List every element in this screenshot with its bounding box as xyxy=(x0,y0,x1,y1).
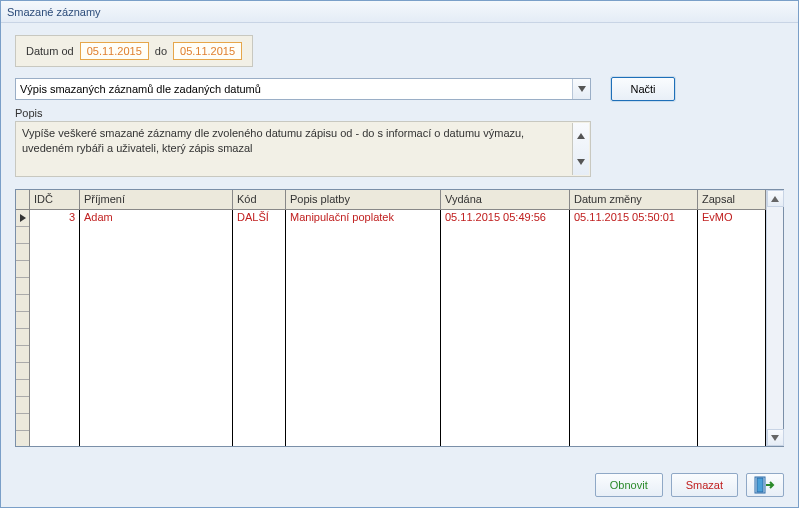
date-from-input[interactable]: 05.11.2015 xyxy=(80,42,149,60)
cell-id: 3 xyxy=(30,210,80,227)
column-header[interactable]: Zapsal xyxy=(698,190,766,209)
content-area: Datum od 05.11.2015 do 05.11.2015 Výpis … xyxy=(1,23,798,447)
grid-scrollbar[interactable] xyxy=(766,190,783,446)
column-header[interactable]: Datum změny xyxy=(570,190,698,209)
description-label: Popis xyxy=(15,107,784,119)
scroll-up-icon[interactable] xyxy=(767,190,784,207)
window: Smazané záznamy Datum od 05.11.2015 do 0… xyxy=(0,0,799,508)
grid-body: 3 Adam DALŠÍ Manipulační poplatek 05.11.… xyxy=(30,210,766,446)
column-header[interactable]: IDČ xyxy=(30,190,80,209)
chevron-up-icon[interactable] xyxy=(573,123,589,149)
cell-prijmeni: Adam xyxy=(80,210,233,227)
data-grid[interactable]: IDČ Příjmení Kód Popis platby Vydána Dat… xyxy=(15,189,784,447)
exit-door-icon xyxy=(754,476,776,494)
date-range-panel: Datum od 05.11.2015 do 05.11.2015 xyxy=(15,35,253,67)
cell-popis: Manipulační poplatek xyxy=(286,210,441,227)
scroll-down-icon[interactable] xyxy=(767,429,784,446)
report-type-select[interactable]: Výpis smazaných záznamů dle zadaných dat… xyxy=(15,78,591,100)
column-header[interactable]: Kód xyxy=(233,190,286,209)
description-text: Vypíše veškeré smazané záznamy dle zvole… xyxy=(15,121,591,177)
cell-vydana: 05.11.2015 05:49:56 xyxy=(441,210,570,227)
date-from-label: Datum od xyxy=(26,45,74,57)
footer-buttons: Obnovit Smazat xyxy=(595,473,784,497)
exit-button[interactable] xyxy=(746,473,784,497)
row-indicator-icon xyxy=(16,210,29,227)
report-type-value: Výpis smazaných záznamů dle zadaných dat… xyxy=(20,83,261,95)
svg-rect-1 xyxy=(757,478,763,492)
column-header[interactable]: Vydána xyxy=(441,190,570,209)
date-to-label: do xyxy=(155,45,167,57)
grid-row-selector-column xyxy=(16,190,30,446)
column-header[interactable]: Popis platby xyxy=(286,190,441,209)
grid-main: IDČ Příjmení Kód Popis platby Vydána Dat… xyxy=(30,190,766,446)
column-header[interactable]: Příjmení xyxy=(80,190,233,209)
description-body: Vypíše veškeré smazané záznamy dle zvole… xyxy=(22,127,524,154)
delete-button[interactable]: Smazat xyxy=(671,473,738,497)
grid-header: IDČ Příjmení Kód Popis platby Vydána Dat… xyxy=(30,190,766,210)
description-spinner[interactable] xyxy=(572,123,589,175)
cell-zapsal: EvMO xyxy=(698,210,766,227)
cell-kod: DALŠÍ xyxy=(233,210,286,227)
refresh-button[interactable]: Obnovit xyxy=(595,473,663,497)
chevron-down-icon[interactable] xyxy=(573,149,589,175)
load-button[interactable]: Načti xyxy=(611,77,675,101)
window-title: Smazané záznamy xyxy=(1,1,798,23)
date-to-input[interactable]: 05.11.2015 xyxy=(173,42,242,60)
refresh-button-label: Obnovit xyxy=(610,479,648,491)
delete-button-label: Smazat xyxy=(686,479,723,491)
table-row[interactable]: 3 Adam DALŠÍ Manipulační poplatek 05.11.… xyxy=(30,210,766,227)
chevron-down-icon xyxy=(572,79,590,99)
load-button-label: Načti xyxy=(630,83,655,95)
cell-datum-zmeny: 05.11.2015 05:50:01 xyxy=(570,210,698,227)
